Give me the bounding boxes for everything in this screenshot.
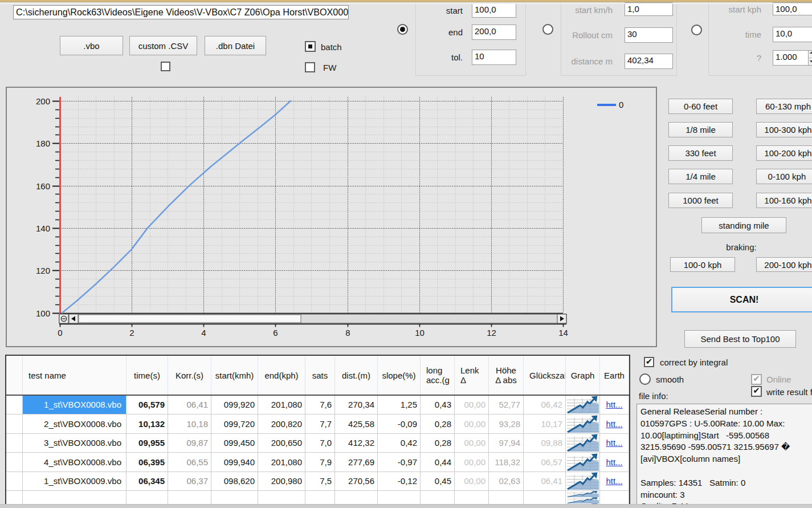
distance-m-input[interactable]: 402,34 — [625, 54, 673, 69]
cell-glueck-row4[interactable]: 06,41 — [524, 472, 566, 491]
cell-hoehe-row2[interactable]: 97,94 — [489, 434, 524, 453]
start-kmh-input[interactable]: 1,0 — [625, 2, 673, 16]
cell-korr-row0[interactable]: 06,41 — [168, 396, 211, 415]
cell-end-row3[interactable]: 201,080 — [258, 453, 305, 472]
cell-name-row0[interactable]: 1_st\VBOX0008.vbo — [23, 396, 127, 415]
rollout-cm-input[interactable]: 30 — [625, 27, 673, 43]
column-header-start[interactable]: start(kmh) — [211, 356, 258, 395]
cell-time-row3[interactable]: 06,395 — [127, 453, 168, 472]
column-header-graph[interactable]: Graph — [566, 356, 600, 395]
cell-longacc-row1[interactable]: 0,28 — [421, 414, 455, 434]
cell-lenk-row0[interactable]: 00,00 — [455, 396, 489, 415]
cell-hoehe-row0[interactable]: 52,77 — [489, 396, 524, 415]
cell-lenk-row3[interactable]: 00,00 — [455, 453, 489, 472]
cell-end-row2[interactable]: 200,650 — [258, 434, 305, 453]
cell-sats-row2[interactable]: 7,0 — [305, 434, 335, 453]
cell-hoehe-row3[interactable]: 118,32 — [489, 453, 524, 472]
cell-time-row1[interactable]: 10,132 — [127, 414, 168, 434]
cell-slope-row3[interactable]: -0,97 — [378, 453, 421, 472]
cell-start-row3[interactable]: 099,940 — [211, 453, 258, 472]
cell-name-row4[interactable]: 1_st\VBOX0009.vbo — [23, 472, 127, 491]
dbn-datei-button[interactable]: .dbn Datei — [205, 36, 266, 55]
scan-button[interactable]: SCAN! — [671, 287, 812, 312]
braking-200-100-button[interactable]: 200-100 kph — [756, 257, 812, 272]
cell-time-row4[interactable]: 06,345 — [127, 472, 168, 491]
cell-sats-row0[interactable]: 7,6 — [305, 396, 335, 415]
time-input[interactable]: 10,0 — [773, 27, 812, 42]
cell-earth-row1[interactable]: htt... — [600, 414, 629, 434]
cell-start-row2[interactable]: 099,450 — [211, 434, 258, 453]
cell-sats-row1[interactable]: 7,7 — [305, 414, 335, 434]
cell-graph-row1[interactable] — [566, 414, 600, 434]
cell-lenk-row4[interactable]: 00,00 — [455, 472, 489, 491]
earth-link[interactable]: htt... — [606, 400, 622, 409]
cell-earth-row2[interactable]: htt... — [600, 434, 629, 453]
quick-button-60-130-mph[interactable]: 60-130 mph — [756, 99, 812, 114]
cell-name-row3[interactable]: 4_st\VBOX0008.vbo — [23, 453, 127, 472]
earth-link[interactable]: htt... — [606, 457, 622, 467]
quick-button-100-160-kph[interactable]: 100-160 kph — [756, 193, 812, 208]
quick-button-1-4-mile[interactable]: 1/4 mile — [668, 169, 733, 184]
column-header-lenk[interactable]: LenkΔ — [455, 356, 489, 395]
write-result-checkbox[interactable]: ✔ — [751, 386, 762, 397]
cell-earth-row4[interactable]: htt... — [600, 472, 629, 491]
csv-option-checkbox[interactable] — [161, 62, 170, 71]
standing-mile-button[interactable]: standing mile — [701, 217, 786, 233]
column-header-korr[interactable]: Korr.(s) — [168, 356, 211, 395]
cell-glueck-row3[interactable]: 06,57 — [524, 453, 566, 472]
factor-spinner[interactable] — [808, 51, 812, 65]
cell-earth-row3[interactable]: htt... — [600, 453, 629, 472]
cell-slope-row1[interactable]: -0,09 — [378, 414, 421, 434]
column-header-earth[interactable]: Earth — [600, 356, 629, 395]
batch-checkbox[interactable] — [305, 41, 316, 52]
mode-radio-rollout[interactable] — [542, 24, 553, 35]
column-header-rowhdr[interactable] — [6, 356, 23, 395]
cell-glueck-row0[interactable]: 06,42 — [524, 396, 566, 415]
cell-start-row1[interactable]: 099,720 — [211, 414, 258, 434]
cell-earth-row0[interactable]: htt... — [600, 396, 629, 415]
cell-graph-row0[interactable] — [566, 396, 600, 415]
earth-link[interactable]: htt... — [606, 419, 622, 429]
cell-rowhdr-row3[interactable] — [6, 453, 23, 472]
quick-button-100-200-kph[interactable]: 100-200 kph — [756, 145, 812, 161]
column-header-time[interactable]: time(s) — [127, 356, 168, 395]
cell-korr-row2[interactable]: 09,87 — [168, 434, 211, 453]
fw-checkbox[interactable] — [305, 62, 315, 72]
quick-button-1000-feet[interactable]: 1000 feet — [668, 193, 733, 208]
quick-button-330-feet[interactable]: 330 feet — [668, 145, 733, 161]
cell-rowhdr-row0[interactable] — [6, 396, 23, 415]
column-header-slope[interactable]: slope(%) — [378, 356, 421, 395]
cell-time-row2[interactable]: 09,955 — [127, 434, 168, 453]
cell-korr-row1[interactable]: 10,18 — [168, 414, 211, 434]
file-info-textbox[interactable]: General ReleaseSerial number : 010597GPS… — [636, 404, 812, 508]
earth-link[interactable]: htt... — [606, 476, 622, 486]
cell-sats-row3[interactable]: 7,9 — [305, 453, 335, 472]
start-kph-input[interactable]: 100,0 — [773, 2, 812, 15]
cell-dist-row3[interactable]: 277,69 — [335, 453, 378, 472]
mode-radio-time[interactable] — [691, 25, 702, 35]
online-checkbox[interactable]: ✔ — [751, 374, 762, 385]
chart-scroll-left-button[interactable] — [69, 314, 78, 323]
quick-button-0-60-feet[interactable]: 0-60 feet — [668, 99, 733, 114]
column-header-glueck[interactable]: Glückszahl — [524, 356, 566, 395]
cell-rowhdr-row1[interactable] — [6, 414, 23, 434]
custom-csv-button[interactable]: custom .CSV — [129, 36, 197, 55]
cell-lenk-row1[interactable]: 00,00 — [455, 414, 489, 434]
send-best-button[interactable]: Send Best to Top100 — [684, 330, 796, 348]
cell-dist-row1[interactable]: 425,58 — [335, 414, 378, 434]
earth-link[interactable]: htt... — [606, 438, 622, 448]
quick-button-0-100-kph[interactable]: 0-100 kph — [756, 169, 812, 184]
quick-button-1-8-mile[interactable]: 1/8 mile — [668, 122, 733, 137]
cell-time-row0[interactable]: 06,579 — [127, 396, 168, 415]
cell-end-row1[interactable]: 200,820 — [258, 414, 305, 434]
cell-name-row2[interactable]: 3_st\VBOX0008.vbo — [23, 434, 127, 453]
cell-end-row4[interactable]: 200,980 — [258, 472, 305, 491]
cell-rowhdr-row4[interactable] — [6, 472, 23, 491]
cell-slope-row0[interactable]: 1,25 — [378, 396, 421, 415]
cell-end-row0[interactable]: 201,080 — [258, 396, 305, 415]
factor-input[interactable]: 1.000 — [773, 50, 812, 66]
file-path-input[interactable]: C:\sicherung\Rock63\Videos\Eigene Videos… — [13, 5, 349, 19]
column-header-sats[interactable]: sats — [305, 356, 335, 395]
cell-longacc-row4[interactable]: 0,45 — [421, 472, 455, 491]
cell-rowhdr-row2[interactable] — [6, 434, 23, 453]
